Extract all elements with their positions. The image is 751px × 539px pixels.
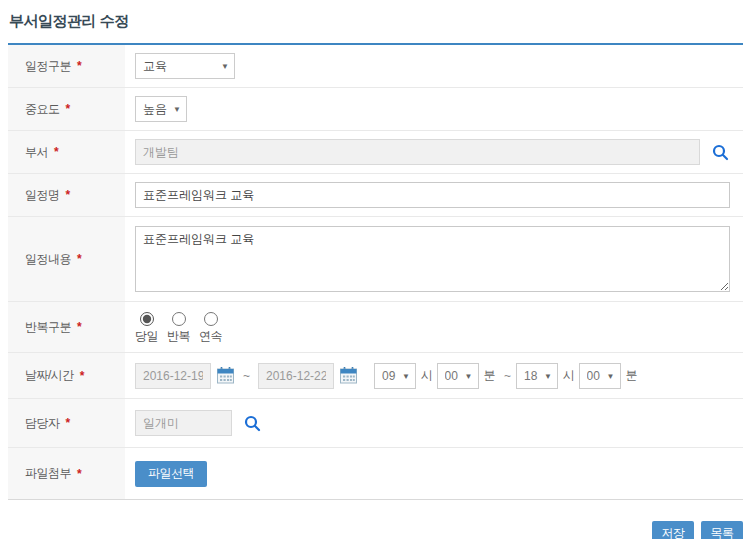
end-hour-select[interactable]: 18 (516, 363, 558, 389)
schedule-edit-form: 일정구분 * 교육 ▼ 중요도 * 높음 (8, 43, 743, 500)
required-mark: * (66, 416, 70, 430)
repeat-option-continuous[interactable]: 연속 (199, 312, 222, 345)
hour-unit-label: 시 (563, 367, 575, 384)
importance-label: 중요도 * (8, 88, 125, 130)
attachment-label: 파일첨부 * (8, 448, 125, 499)
time-range-separator: ~ (504, 369, 511, 383)
minute-unit-label: 분 (484, 367, 496, 384)
calendar-icon (216, 366, 235, 385)
end-date-calendar-button[interactable] (339, 366, 358, 385)
repeat-radio-repeat[interactable] (172, 312, 186, 326)
row-schedule-type: 일정구분 * 교육 ▼ (8, 45, 743, 88)
schedule-name-input[interactable] (135, 182, 730, 208)
start-date-calendar-button[interactable] (216, 366, 235, 385)
minute-unit-label: 분 (626, 367, 638, 384)
schedule-name-label: 일정명 * (8, 174, 125, 216)
manager-search-button[interactable] (244, 415, 261, 432)
start-hour-select[interactable]: 09 (374, 363, 416, 389)
end-date-input[interactable] (258, 363, 334, 389)
required-mark: * (77, 320, 81, 334)
date-range-separator: ~ (243, 369, 250, 383)
schedule-content-label: 일정내용 * (8, 217, 125, 301)
row-repeat-type: 반복구분 * 당일 반복 연속 (8, 302, 743, 353)
schedule-type-select[interactable]: 교육 (135, 53, 235, 79)
page-container: 부서일정관리 수정 일정구분 * 교육 ▼ 중요도 * (0, 0, 751, 539)
save-button[interactable]: 저장 (652, 521, 694, 539)
row-department: 부서 * (8, 131, 743, 174)
repeat-type-radio-group: 당일 반복 연속 (135, 310, 222, 345)
required-mark: * (77, 59, 81, 73)
row-importance: 중요도 * 높음 ▼ (8, 88, 743, 131)
department-label: 부서 * (8, 131, 125, 173)
hour-unit-label: 시 (421, 367, 433, 384)
required-mark: * (66, 102, 70, 116)
manager-input[interactable] (135, 410, 232, 436)
row-schedule-content: 일정내용 * 표준프레임워크 교육 (8, 217, 743, 302)
list-button[interactable]: 목록 (701, 521, 743, 539)
end-minute-select[interactable]: 00 (579, 363, 621, 389)
repeat-option-repeat[interactable]: 반복 (167, 312, 190, 345)
repeat-radio-continuous[interactable] (204, 312, 218, 326)
search-icon (244, 415, 261, 432)
required-mark: * (66, 188, 70, 202)
time-range-group: 09 ▼ 시 00 ▼ 분 ~ 18 (374, 363, 641, 389)
footer-actions: 저장 목록 (8, 521, 743, 539)
start-minute-select[interactable]: 00 (437, 363, 479, 389)
schedule-content-textarea[interactable]: 표준프레임워크 교육 (135, 226, 730, 292)
row-schedule-name: 일정명 * (8, 174, 743, 217)
row-datetime: 날짜/시간 * ~ (8, 353, 743, 399)
repeat-radio-same-day[interactable] (140, 312, 154, 326)
row-attachment: 파일첨부 * 파일선택 (8, 448, 743, 499)
manager-label: 담당자 * (8, 399, 125, 447)
department-search-button[interactable] (712, 144, 729, 161)
search-icon (712, 144, 729, 161)
page-title: 부서일정관리 수정 (8, 10, 743, 43)
row-manager: 담당자 * (8, 399, 743, 448)
file-select-button[interactable]: 파일선택 (135, 461, 207, 487)
repeat-option-same-day[interactable]: 당일 (135, 312, 158, 345)
repeat-type-label: 반복구분 * (8, 302, 125, 352)
start-date-input[interactable] (135, 363, 211, 389)
department-input[interactable] (135, 139, 700, 165)
datetime-label: 날짜/시간 * (8, 353, 125, 398)
importance-select[interactable]: 높음 (135, 96, 187, 122)
schedule-type-label: 일정구분 * (8, 45, 125, 87)
required-mark: * (77, 467, 81, 481)
required-mark: * (80, 369, 84, 383)
calendar-icon (339, 366, 358, 385)
required-mark: * (77, 252, 81, 266)
required-mark: * (54, 145, 58, 159)
